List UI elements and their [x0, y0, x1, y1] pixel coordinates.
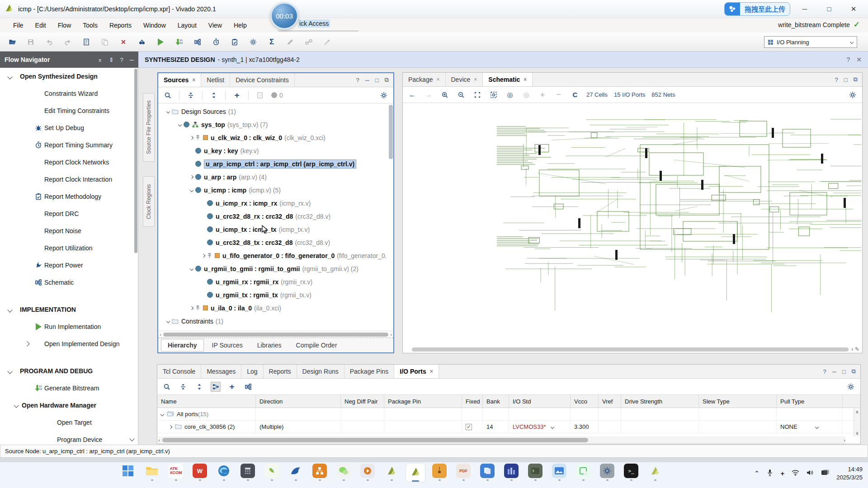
- taskbar-screenshot[interactable]: [574, 464, 593, 482]
- tab-close-icon[interactable]: ×: [430, 368, 433, 375]
- chevron-right-icon[interactable]: [190, 136, 193, 139]
- table-row[interactable]: All ports (15): [157, 408, 860, 421]
- chevron-down-icon[interactable]: [166, 319, 170, 323]
- save-icon[interactable]: [26, 37, 36, 47]
- refresh-icon[interactable]: C: [570, 90, 580, 100]
- column-header-vref[interactable]: Vref: [599, 395, 621, 408]
- fit-icon[interactable]: [472, 90, 482, 100]
- fixed-checkbox[interactable]: ✓: [466, 424, 472, 430]
- panel-corner-icon[interactable]: ?: [356, 77, 359, 84]
- sidebar-scroll-down-icon[interactable]: [130, 435, 134, 442]
- tab-close-icon[interactable]: ×: [524, 76, 527, 83]
- schematic-corner-icons[interactable]: › ✎: [852, 346, 859, 352]
- tree-row[interactable]: u_rgmii_rx : rgmii_rx(rgmii_rx.v): [158, 275, 393, 288]
- autofit-off-icon[interactable]: ◎: [521, 90, 531, 100]
- panel-corner-icon[interactable]: ?: [823, 368, 826, 375]
- doc-q-icon[interactable]: ?: [255, 90, 265, 100]
- panel-corner-icon[interactable]: □: [375, 77, 379, 84]
- report-doc-icon[interactable]: [81, 37, 91, 47]
- flow-item-report-clock-networks[interactable]: Report Clock Networks: [0, 154, 138, 171]
- tree-row[interactable]: u_icmp_tx : icmp_tx(icmp_tx.v): [158, 223, 393, 236]
- column-header-vcco[interactable]: Vcco: [571, 395, 599, 408]
- chevron-down-icon[interactable]: [178, 122, 182, 126]
- column-header-slew-type[interactable]: Slew Type: [699, 395, 777, 408]
- expand-icon[interactable]: [194, 382, 204, 392]
- flow-item-schematic[interactable]: Schematic: [0, 274, 138, 291]
- volume-icon[interactable]: [807, 469, 814, 477]
- add-icon[interactable]: +: [232, 90, 242, 100]
- message-badge[interactable]: 0: [271, 92, 283, 99]
- flow-item-program-and-debug[interactable]: PROGRAM AND DEBUG: [0, 362, 138, 380]
- panel-corner-icon[interactable]: ⧉: [385, 76, 389, 84]
- tree-row[interactable]: Design Sources(1): [158, 105, 393, 118]
- flow-item-report-methodology[interactable]: Report Methodology: [0, 188, 138, 205]
- bottom-tab-design-runs[interactable]: Design Runs: [297, 365, 344, 378]
- column-header-neg-diff-pair[interactable]: Neg Diff Pair: [341, 395, 384, 408]
- flow-item-open-hardware-manager[interactable]: Open Hardware Manager: [0, 397, 138, 414]
- link-off-icon[interactable]: [304, 37, 314, 47]
- schematic-stat[interactable]: 27 Cells: [586, 91, 608, 98]
- column-header-direction[interactable]: Direction: [256, 395, 341, 408]
- upload-badge[interactable]: 拖拽至此上传: [724, 2, 790, 16]
- flow-item-program-device[interactable]: Program Device: [0, 431, 138, 445]
- taskbar-diagram[interactable]: [310, 464, 329, 482]
- panel-corner-icon[interactable]: ⧉: [852, 368, 856, 375]
- taskbar-gear[interactable]: [598, 464, 617, 482]
- taskbar-pdf[interactable]: PDF: [454, 464, 473, 482]
- taskbar-edge[interactable]: [214, 464, 233, 482]
- schematic-stat[interactable]: 15 I/O Ports: [614, 91, 645, 98]
- taskbar-wechat[interactable]: [334, 464, 353, 482]
- settings-icon[interactable]: [848, 90, 858, 100]
- tree-row[interactable]: Constraints(1): [158, 314, 393, 328]
- edit-off-icon[interactable]: [285, 37, 295, 47]
- chevron-down-icon[interactable]: [190, 188, 193, 192]
- menu-flow[interactable]: Flow: [52, 20, 77, 31]
- sources-view-tab-libraries[interactable]: Libraries: [251, 339, 288, 351]
- sources-tab-sources[interactable]: Sources×: [158, 73, 201, 87]
- schematic-canvas[interactable]: › ✎: [403, 103, 862, 353]
- tree-row[interactable]: u_fifo_generator_0 : fifo_generator_0(fi…: [158, 249, 393, 262]
- open-folder-icon[interactable]: [7, 37, 17, 47]
- tree-row[interactable]: u_arp : arp(arp.v) (4): [158, 170, 393, 183]
- taskbar-media-player[interactable]: [358, 464, 377, 482]
- menu-help[interactable]: Help: [228, 20, 253, 31]
- flow-item-implementation[interactable]: IMPLEMENTATION: [0, 301, 138, 318]
- taskbar-vivado-2[interactable]: [646, 464, 665, 482]
- sources-view-tab-compile-order[interactable]: Compile Order: [290, 339, 344, 351]
- minus-off-icon[interactable]: −: [554, 90, 564, 100]
- sources-view-tab-hierarchy[interactable]: Hierarchy: [161, 339, 204, 352]
- menu-edit[interactable]: Edit: [29, 20, 52, 31]
- taskbar-clock[interactable]: 14:49 2025/3/25: [836, 465, 863, 481]
- bottom-tab-i-o-ports[interactable]: I/O Ports×: [394, 365, 439, 378]
- search-icon[interactable]: [163, 90, 173, 100]
- taskbar-notepad[interactable]: ✎: [262, 464, 281, 482]
- schematic-tab-schematic[interactable]: Schematic×: [483, 73, 533, 86]
- tree-row[interactable]: u_rgmii_tx : rgmii_tx(rgmii_tx.v): [158, 288, 393, 301]
- menu-window[interactable]: Window: [137, 20, 172, 31]
- flow-item-report-noise[interactable]: Report Noise: [0, 222, 138, 239]
- chevron-down-icon[interactable]: [166, 109, 170, 113]
- sources-tab-netlist[interactable]: Netlist: [201, 73, 230, 87]
- chevron-right-icon[interactable]: [190, 175, 193, 178]
- run-icon[interactable]: [156, 37, 165, 47]
- io-table-vscrollbar[interactable]: ∧∨: [854, 408, 860, 436]
- taskbar-vivado[interactable]: [382, 464, 401, 482]
- flow-item-run-implementation[interactable]: Run Implementation: [0, 318, 138, 335]
- back-icon[interactable]: ←: [407, 90, 417, 100]
- menu-view[interactable]: View: [203, 20, 228, 31]
- taskbar-wps[interactable]: W: [190, 464, 209, 482]
- flownav-header-icon[interactable]: ─: [130, 56, 134, 63]
- flow-item-open-implemented-design[interactable]: Open Implemented Design: [0, 335, 138, 352]
- zoom-sel-icon[interactable]: [489, 90, 499, 100]
- sidebar-scrollbar[interactable]: [134, 69, 137, 253]
- taskbar-console[interactable]: [526, 464, 545, 482]
- bottom-tab-log[interactable]: Log: [241, 365, 263, 378]
- taskbar-dolphin[interactable]: [286, 464, 305, 482]
- fwd-icon[interactable]: →: [424, 90, 434, 100]
- plus-off-icon[interactable]: +: [538, 90, 547, 100]
- delete-icon[interactable]: ×: [118, 37, 128, 47]
- taskbar-terminal[interactable]: >_: [622, 464, 641, 482]
- sources-tab-device-constraints[interactable]: Device Constraints: [230, 73, 295, 87]
- tree-row[interactable]: u_crc32_d8_tx : crc32_d8(crc32_d8.v): [158, 236, 393, 249]
- maximize-button[interactable]: □: [819, 2, 839, 16]
